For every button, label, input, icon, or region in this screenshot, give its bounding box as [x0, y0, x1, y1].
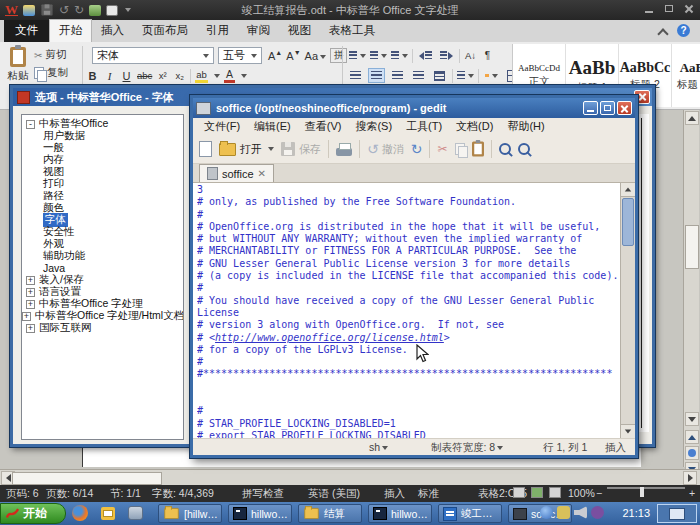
gedit-scroll-up-icon[interactable]: [621, 183, 635, 197]
print-icon[interactable]: [336, 148, 352, 156]
menu-view[interactable]: 查看(V): [298, 119, 349, 134]
bullets-button[interactable]: [349, 48, 366, 63]
status-word-count[interactable]: 字数: 4/4,369: [152, 487, 214, 501]
expand-collapse-icon[interactable]: +: [26, 300, 35, 309]
tab-soffice[interactable]: soffice ✕: [199, 164, 274, 182]
status-spellcheck[interactable]: 拼写检查: [242, 487, 284, 501]
align-right-button[interactable]: [389, 68, 406, 83]
line-spacing-button[interactable]: [457, 68, 474, 83]
open-dropdown-icon[interactable]: [268, 147, 274, 151]
italic-button[interactable]: I: [103, 70, 116, 82]
justify-button[interactable]: [410, 68, 427, 83]
grow-font-button[interactable]: A▲: [268, 49, 282, 62]
tab-references[interactable]: 引用: [197, 20, 238, 42]
gedit-minimize-button[interactable]: [583, 101, 598, 115]
view-print-layout-icon[interactable]: [513, 487, 525, 498]
replace-icon[interactable]: [518, 143, 530, 155]
font-color-dropdown-icon[interactable]: [241, 74, 247, 78]
cut-icon[interactable]: ✂: [437, 142, 447, 156]
tab-page-layout[interactable]: 页面布局: [133, 20, 197, 42]
minimize-button[interactable]: [642, 3, 656, 15]
browse-object-icon[interactable]: [685, 446, 699, 460]
tab-table-tools[interactable]: 表格工具: [320, 20, 384, 42]
find-icon[interactable]: [499, 143, 511, 155]
close-button[interactable]: [682, 3, 696, 15]
bold-button[interactable]: B: [86, 70, 99, 82]
increase-indent-button[interactable]: [438, 48, 455, 63]
horizontal-scrollbar[interactable]: [0, 469, 700, 485]
paste-icon[interactable]: [472, 142, 484, 157]
volume-tray-icon[interactable]: [574, 506, 587, 519]
save-button[interactable]: 保存: [281, 142, 321, 157]
mail-icon[interactable]: [101, 507, 115, 520]
underline-button[interactable]: U: [120, 70, 133, 82]
task-window-jungong-writer[interactable]: 竣工…: [438, 504, 502, 523]
menu-search[interactable]: 搜索(S): [348, 119, 399, 134]
shrink-font-button[interactable]: A▼: [286, 49, 300, 62]
strikethrough-button[interactable]: abc: [137, 70, 152, 81]
start-button[interactable]: 开始: [0, 503, 66, 524]
view-web-layout-icon[interactable]: [531, 487, 543, 498]
previous-page-icon[interactable]: [685, 430, 699, 444]
scroll-up-icon[interactable]: [685, 111, 699, 125]
shading-button[interactable]: [483, 68, 500, 83]
expand-collapse-icon[interactable]: +: [26, 276, 35, 285]
menu-help[interactable]: 帮助(H): [500, 119, 551, 134]
align-left-button[interactable]: [347, 68, 364, 83]
gedit-close-button[interactable]: [617, 101, 632, 115]
gedit-scrollbar[interactable]: [620, 183, 635, 438]
tab-width-selector[interactable]: 制表符宽度: 8: [431, 441, 503, 455]
undo-button[interactable]: ↺ 撤消: [367, 142, 404, 157]
vertical-scrollbar[interactable]: [683, 110, 699, 467]
gedit-titlebar[interactable]: soffice (/opt/neoshineoffice/program) - …: [193, 98, 635, 118]
distribute-button[interactable]: [431, 68, 448, 83]
numbering-button[interactable]: [370, 48, 387, 63]
change-case-button[interactable]: Aa: [305, 50, 326, 62]
font-size-combo[interactable]: 五号: [218, 47, 262, 64]
expand-collapse-icon[interactable]: +: [26, 324, 35, 333]
firefox-icon[interactable]: [72, 505, 88, 521]
status-language[interactable]: 英语 (美国): [308, 487, 360, 501]
copy-button[interactable]: 复制: [34, 65, 80, 81]
shield-tray-icon[interactable]: [540, 506, 553, 519]
tab-home[interactable]: 开始: [49, 19, 92, 42]
show-marks-button[interactable]: ¶: [481, 50, 494, 61]
subscript-button[interactable]: x₂: [173, 70, 186, 81]
align-center-button[interactable]: [368, 68, 385, 83]
decrease-indent-button[interactable]: [417, 48, 434, 63]
syntax-selector[interactable]: sh: [369, 441, 388, 453]
task-window-hillwo2-terminal[interactable]: hillwo…: [368, 504, 432, 523]
gedit-scroll-down-icon[interactable]: [621, 424, 635, 438]
tab-view[interactable]: 视图: [279, 20, 320, 42]
task-window-hillwo-terminal[interactable]: hillwo…: [228, 504, 292, 523]
tab-review[interactable]: 审阅: [238, 20, 279, 42]
zoom-out-icon[interactable]: −: [596, 487, 602, 499]
zoom-in-icon[interactable]: +: [689, 487, 695, 499]
font-name-combo[interactable]: 宋体: [92, 47, 214, 64]
open-button[interactable]: 打开: [219, 142, 274, 157]
scroll-down-icon[interactable]: [685, 412, 699, 426]
scroll-right-icon[interactable]: [683, 471, 697, 485]
menu-documents[interactable]: 文档(D): [449, 119, 500, 134]
phonetic-guide-button[interactable]: 拼: [330, 48, 347, 63]
task-window-hillw-folder[interactable]: [hillw…: [158, 504, 222, 523]
tree-item-accessibility[interactable]: 辅助功能: [22, 250, 183, 262]
new-document-icon[interactable]: [199, 141, 212, 157]
code-content[interactable]: 3 # only, as published by the Free Softw…: [197, 184, 619, 438]
gedit-text-area[interactable]: 3 # only, as published by the Free Softw…: [193, 183, 635, 438]
highlight-color-button[interactable]: ab: [195, 69, 208, 83]
cut-button[interactable]: ✂ 剪切: [34, 47, 80, 63]
multilevel-list-button[interactable]: [391, 48, 408, 63]
gedit-maximize-button[interactable]: [600, 101, 615, 115]
network-tray-icon[interactable]: [591, 506, 604, 519]
sort-button[interactable]: A↓: [464, 50, 477, 61]
device-tray-icon[interactable]: [557, 506, 570, 519]
tab-close-icon[interactable]: ✕: [258, 168, 266, 179]
view-book-icon[interactable]: [549, 487, 561, 498]
superscript-button[interactable]: x²: [156, 70, 169, 81]
vertical-scroll-thumb[interactable]: [685, 225, 699, 269]
horizontal-scroll-thumb[interactable]: [12, 472, 162, 485]
zoom-slider-thumb[interactable]: [640, 487, 644, 497]
maximize-button[interactable]: [662, 3, 676, 15]
tab-file[interactable]: 文件: [4, 20, 49, 42]
